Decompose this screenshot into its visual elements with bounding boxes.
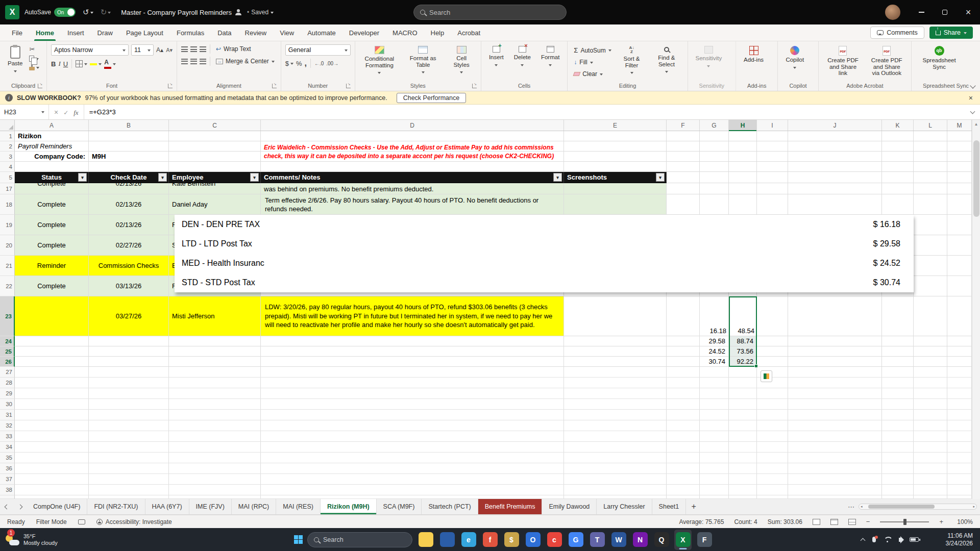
microphone-icon[interactable] <box>872 537 876 542</box>
chrome-icon[interactable]: c <box>546 530 563 550</box>
close-button[interactable] <box>957 0 980 24</box>
cell-g26[interactable]: 30.74 <box>700 357 729 367</box>
scrollbar-thumb[interactable] <box>973 140 979 217</box>
cell[interactable] <box>882 357 914 367</box>
header-check-date[interactable]: Check Date <box>89 172 169 183</box>
cell[interactable] <box>757 346 788 357</box>
decrease-decimal-button[interactable] <box>326 61 338 66</box>
empty-cells[interactable] <box>15 442 972 453</box>
cell[interactable] <box>667 152 700 162</box>
number-format-select[interactable]: General <box>285 44 351 56</box>
fill-button[interactable]: Fill <box>572 58 613 67</box>
cell[interactable] <box>15 336 89 346</box>
font-name-select[interactable]: Aptos Narrow <box>51 44 129 56</box>
insert-cells-button[interactable]: Insert <box>485 44 507 69</box>
cell[interactable] <box>757 162 788 172</box>
name-box[interactable]: H23 <box>0 105 49 119</box>
row-header[interactable]: 31 <box>0 410 15 420</box>
zoom-level[interactable]: 100% <box>953 518 973 525</box>
create-pdf-outlook-button[interactable]: Create PDF and Share via Outlook <box>866 44 907 78</box>
cell[interactable] <box>947 183 972 194</box>
cell[interactable] <box>788 152 882 162</box>
cell[interactable] <box>882 183 914 194</box>
menu-tab[interactable]: Formulas <box>170 24 211 41</box>
search-bar[interactable] <box>413 5 567 20</box>
add-sheet-button[interactable] <box>686 499 701 514</box>
cell[interactable] <box>757 357 788 367</box>
cell[interactable] <box>667 357 700 367</box>
wifi-icon[interactable] <box>884 537 891 543</box>
benefit-premiums-overlay[interactable]: DEN - DEN PRE TAX $ 16.18 LTD - LTD Post… <box>175 215 914 292</box>
column-header-m[interactable]: M <box>947 120 972 131</box>
decrease-font-size-button[interactable] <box>166 47 173 54</box>
cell[interactable] <box>169 131 261 141</box>
enter-icon[interactable] <box>63 108 68 117</box>
cell[interactable] <box>261 162 564 172</box>
cell[interactable] <box>947 141 972 152</box>
clear-button[interactable]: Clear <box>572 69 613 79</box>
cell-check-date[interactable]: 02/13/26 <box>89 194 169 215</box>
cell[interactable] <box>947 215 972 235</box>
edge-icon[interactable]: e <box>460 530 477 550</box>
wrap-text-button[interactable]: Wrap Text <box>214 44 253 54</box>
menu-tab[interactable]: MACRO <box>386 24 424 41</box>
onenote-icon[interactable]: N <box>631 530 649 550</box>
cell[interactable] <box>914 141 947 152</box>
wallet-icon[interactable]: $ <box>503 530 520 550</box>
fill-color-button[interactable] <box>90 61 102 67</box>
battery-icon[interactable] <box>910 537 919 542</box>
menu-tab[interactable]: Draw <box>91 24 119 41</box>
share-button[interactable]: Share <box>929 27 973 39</box>
cell-status[interactable]: Complete <box>15 215 89 235</box>
cell[interactable] <box>757 141 788 152</box>
cell-comment[interactable]: was behind on premiums. No benefit premi… <box>261 183 564 194</box>
menu-tab[interactable]: Automate <box>301 24 342 41</box>
column-header-l[interactable]: L <box>914 120 947 131</box>
select-all-corner[interactable] <box>0 120 15 131</box>
row-header[interactable]: 22 <box>0 276 15 296</box>
cell-comment[interactable]: Term effective 2/6/26. Pay 80 hours sala… <box>261 194 564 215</box>
cell[interactable] <box>788 346 882 357</box>
cell-status-reminder[interactable]: Reminder <box>15 256 89 276</box>
cell[interactable] <box>89 162 169 172</box>
search-input[interactable] <box>429 9 560 16</box>
row-header[interactable]: 38 <box>0 485 15 495</box>
zoom-in-icon[interactable] <box>939 518 943 525</box>
scroll-left-icon[interactable] <box>861 505 863 509</box>
menu-tab[interactable]: Page Layout <box>119 24 170 41</box>
column-header-k[interactable]: K <box>882 120 914 131</box>
menu-tab[interactable]: Data <box>211 24 238 41</box>
cell[interactable] <box>700 183 729 194</box>
cell[interactable] <box>914 194 947 215</box>
empty-cells[interactable] <box>15 463 972 474</box>
spreadsheet-sync-button[interactable]: Spreadsheet Sync <box>916 44 963 71</box>
row-header[interactable]: 28 <box>0 378 15 388</box>
tray-chevron-up-icon[interactable] <box>861 538 866 543</box>
cell-check-date[interactable]: 03/13/26 <box>89 276 169 296</box>
cell[interactable] <box>564 296 667 336</box>
cell[interactable] <box>261 346 564 357</box>
menu-tab[interactable]: Home <box>29 24 61 41</box>
formula-input[interactable]: =+G23*3 <box>84 105 965 119</box>
empty-cells[interactable] <box>15 410 972 420</box>
file-explorer-icon[interactable] <box>417 530 434 550</box>
sheet-tab[interactable]: MAI (RES) <box>276 499 321 514</box>
comments-button[interactable]: Comments <box>870 27 924 39</box>
cell[interactable] <box>700 194 729 215</box>
row-header[interactable]: 21 <box>0 256 15 276</box>
bold-button[interactable] <box>51 60 56 68</box>
cell-check-date[interactable]: 02/13/26 <box>89 183 169 194</box>
cell[interactable] <box>169 152 261 162</box>
cell[interactable] <box>788 131 882 141</box>
row-header[interactable]: 34 <box>0 442 15 453</box>
cell[interactable] <box>89 141 169 152</box>
cell[interactable] <box>882 346 914 357</box>
cell[interactable] <box>914 162 947 172</box>
empty-cells[interactable] <box>15 378 972 388</box>
currency-format-button[interactable] <box>285 60 293 67</box>
next-sheet-button[interactable] <box>13 499 27 514</box>
row-header[interactable]: 4 <box>0 162 15 172</box>
cell[interactable] <box>914 357 947 367</box>
empty-cells[interactable] <box>15 485 972 495</box>
cut-button[interactable] <box>29 45 39 53</box>
